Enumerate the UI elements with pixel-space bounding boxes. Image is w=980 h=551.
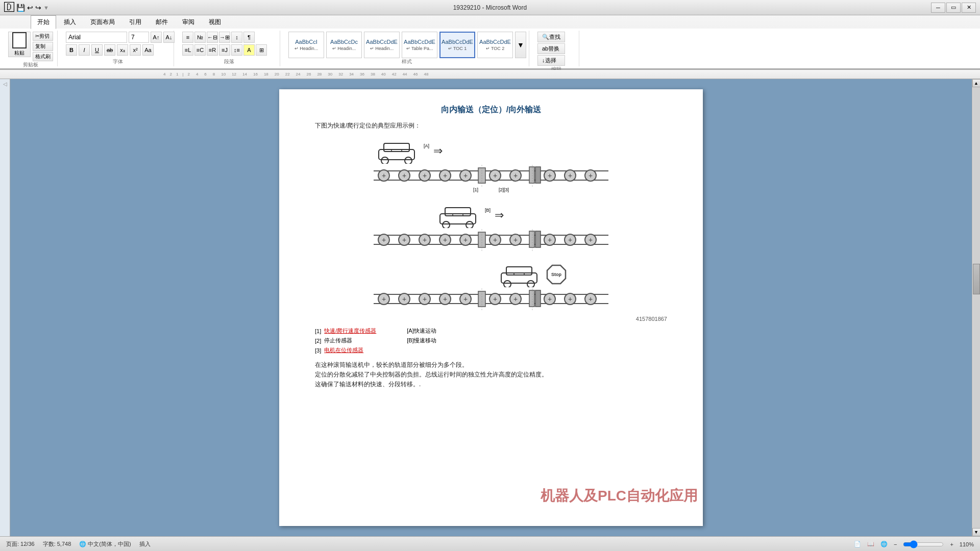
svg-rect-25 xyxy=(535,167,541,183)
replace-button[interactable]: ab替换 xyxy=(537,43,565,54)
select-button[interactable]: ↓选择 xyxy=(537,55,565,66)
scroll-down-button[interactable]: ▼ xyxy=(972,528,981,536)
underline-button[interactable]: U xyxy=(91,44,103,56)
watermark: 机器人及PLC自动化应用 xyxy=(541,486,698,506)
svg-rect-1 xyxy=(384,143,409,152)
strikethrough-button[interactable]: ab xyxy=(104,44,115,56)
zoom-slider[interactable] xyxy=(903,540,944,548)
legend-num-2: [2] xyxy=(315,338,321,344)
legend-text-3: 电机在位传感器 xyxy=(324,346,363,354)
conveyor-nodes-3: + + + + + + xyxy=(378,288,596,311)
ribbon: 开始 插入 页面布局 引用 邮件 审阅 视图 粘贴 ✂剪切 复制 格式刷 剪贴板 xyxy=(0,15,980,70)
style-toc1-label: ↵ TOC 1 xyxy=(448,46,467,51)
style-heading2[interactable]: AaBbCcDc ↵ Headin... xyxy=(326,32,362,58)
ruler-marks: 42 1| 24 68 1012 1416 1820 2224 2628 303… xyxy=(163,72,980,77)
show-marks-button[interactable]: ¶ xyxy=(243,32,255,43)
copy-button[interactable]: 复制 xyxy=(33,42,53,51)
restore-button[interactable]: ▭ xyxy=(946,3,961,13)
list-number-button[interactable]: № xyxy=(194,32,206,43)
view-mode-web-icon[interactable]: 🌐 xyxy=(880,541,888,547)
car-icon-2 xyxy=(435,203,481,228)
view-mode-fullread-icon[interactable]: 📖 xyxy=(867,541,874,547)
superscript-button[interactable]: x² xyxy=(130,44,141,56)
format-painter-button[interactable]: 格式刷 xyxy=(33,52,53,61)
svg-text:+: + xyxy=(382,295,386,303)
svg-text:+: + xyxy=(493,236,497,244)
style-table-pa[interactable]: AaBbCcDdE ↵ Table Pa... xyxy=(402,32,437,58)
line-spacing-button[interactable]: ↕≡ xyxy=(231,44,242,56)
shading-button[interactable]: A xyxy=(243,44,255,56)
italic-button[interactable]: I xyxy=(79,44,90,56)
svg-rect-93 xyxy=(535,290,541,307)
style-heading1[interactable]: AaBbCcI ↵ Headin... xyxy=(288,32,324,58)
border-button[interactable]: ⊞ xyxy=(256,44,267,56)
language-label: 中文(简体，中国) xyxy=(88,541,131,547)
style-heading3[interactable]: AaBbCcDdE ↵ Headin... xyxy=(364,32,400,58)
layout-toggle-icon[interactable]: ◁ xyxy=(3,81,7,87)
svg-text:+: + xyxy=(443,171,447,180)
tab-review[interactable]: 审阅 xyxy=(176,15,201,29)
legend-text-A: [A]快速运动 xyxy=(407,327,436,335)
align-left-button[interactable]: ≡L xyxy=(182,44,193,56)
quick-undo-icon[interactable]: ↩ xyxy=(27,4,33,12)
styles-list: AaBbCcI ↵ Headin... AaBbCcDc ↵ Headin...… xyxy=(288,32,526,58)
bold-button[interactable]: B xyxy=(66,44,77,56)
tab-home[interactable]: 开始 xyxy=(31,15,56,29)
zoom-out-icon[interactable]: − xyxy=(894,541,897,547)
indent-decrease-button[interactable]: ←⊟ xyxy=(207,32,218,43)
stop-sign-icon: Stop xyxy=(546,264,567,285)
tab-view[interactable]: 视图 xyxy=(202,15,228,29)
svg-point-3 xyxy=(405,157,412,164)
font-group: A↑ A↓ B I U ab x₂ x² Aa 字体 xyxy=(62,31,174,66)
legend-item-1: [1] 快速/爬行速度传感器 xyxy=(315,327,376,335)
tab-insert[interactable]: 插入 xyxy=(57,15,83,29)
quick-redo-icon[interactable]: ↪ xyxy=(35,4,41,12)
ribbon-tab-bar: 开始 插入 页面布局 引用 邮件 审阅 视图 xyxy=(0,15,980,29)
view-mode-print-icon[interactable]: 📄 xyxy=(854,541,861,547)
list-bullet-button[interactable]: ≡ xyxy=(182,32,193,43)
statusbar-right: 📄 📖 🌐 − + 110% xyxy=(854,540,974,548)
style-toc1[interactable]: AaBbCcDdE ↵ TOC 1 xyxy=(439,32,475,58)
style-heading1-preview: AaBbCcI xyxy=(295,39,317,45)
quick-save-icon[interactable]: 💾 xyxy=(16,4,25,12)
svg-text:+: + xyxy=(568,295,572,303)
paste-button[interactable]: 粘贴 xyxy=(8,32,31,57)
conveyor-nodes-2: + + + + + + xyxy=(378,229,596,252)
font-shrink-button[interactable]: A↓ xyxy=(163,32,175,43)
svg-text:+: + xyxy=(423,295,427,303)
svg-rect-92 xyxy=(529,290,534,307)
clear-format-button[interactable]: Aa xyxy=(142,44,154,56)
sensor-label-23: [2][3] xyxy=(499,187,509,192)
svg-text:+: + xyxy=(548,236,552,244)
align-right-button[interactable]: ≡R xyxy=(207,44,218,56)
scroll-up-button[interactable]: ▲ xyxy=(972,79,981,87)
font-name-input[interactable] xyxy=(66,32,127,43)
scroll-thumb[interactable] xyxy=(973,264,980,294)
tab-references[interactable]: 引用 xyxy=(122,15,148,29)
svg-text:Stop: Stop xyxy=(551,272,561,277)
align-center-button[interactable]: ≡C xyxy=(194,44,206,56)
lang-icon: 🌐 xyxy=(79,541,86,547)
svg-text:+: + xyxy=(548,295,552,303)
legend-text-1: 快速/爬行速度传感器 xyxy=(324,327,376,335)
font-size-input[interactable] xyxy=(129,32,149,43)
clipboard-group-label: 剪贴板 xyxy=(8,61,53,68)
scroll-track[interactable] xyxy=(973,87,980,528)
zoom-in-icon[interactable]: + xyxy=(950,541,953,547)
styles-more-button[interactable]: ▼ xyxy=(515,32,526,58)
find-button[interactable]: 🔍查找 xyxy=(537,32,565,42)
tab-page-layout[interactable]: 页面布局 xyxy=(84,15,121,29)
close-button[interactable]: ✕ xyxy=(962,3,976,13)
legend-num-3: [3] xyxy=(315,347,321,354)
tab-mail[interactable]: 邮件 xyxy=(149,15,175,29)
align-justify-button[interactable]: ≡J xyxy=(219,44,230,56)
style-heading2-label: ↵ Headin... xyxy=(332,46,356,51)
cut-button[interactable]: ✂剪切 xyxy=(33,32,53,41)
font-grow-button[interactable]: A↑ xyxy=(151,32,162,43)
sort-button[interactable]: ↕ xyxy=(231,32,242,43)
indent-increase-button[interactable]: →⊞ xyxy=(219,32,230,43)
subscript-button[interactable]: x₂ xyxy=(117,44,128,56)
document-area: 向内输送（定位）/向外输送 下图为快速/爬行定位的典型应用示例： xyxy=(10,79,972,536)
minimize-button[interactable]: ─ xyxy=(931,3,945,13)
style-toc2[interactable]: AaBbCcDdE ↵ TOC 2 xyxy=(477,32,513,58)
